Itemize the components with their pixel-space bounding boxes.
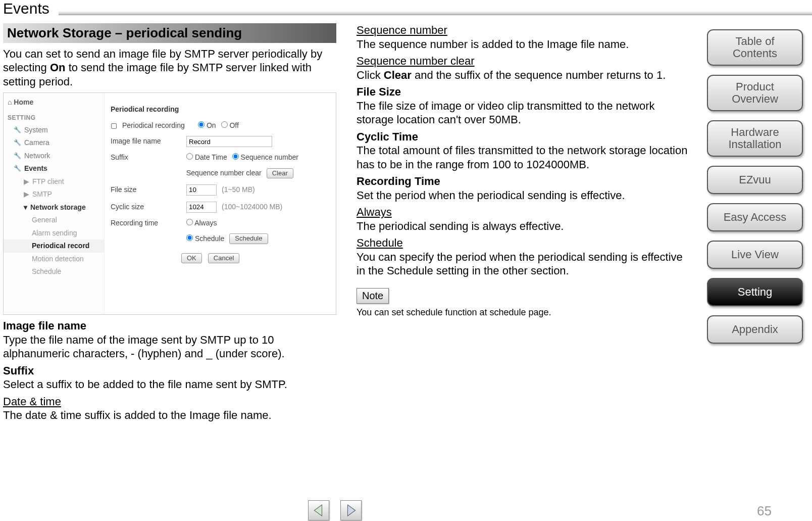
tree-camera[interactable]: 🔧Camera xyxy=(4,136,104,150)
h-datetime: Date & time xyxy=(3,395,336,409)
settings-sidebar: ⌂ Home SETTING 🔧System 🔧Camera 🔧Network … xyxy=(4,93,105,314)
p-image-file-name: Type the file name of the image sent by … xyxy=(3,333,336,361)
title-divider xyxy=(59,11,812,15)
clear-button[interactable]: Clear xyxy=(267,168,293,178)
h-suffix: Suffix xyxy=(3,364,336,378)
setting-label: SETTING xyxy=(4,109,104,124)
h-schedule: Schedule xyxy=(357,236,690,250)
next-page-button[interactable] xyxy=(340,500,362,520)
settings-form: Periodical recording ▢ Periodical record… xyxy=(105,93,336,314)
p-seq: The sequence number is added to the Imag… xyxy=(357,37,690,52)
tree-schedule[interactable]: Schedule xyxy=(4,265,104,278)
nav-ezvuu[interactable]: EZvuu xyxy=(707,166,803,194)
nav-live-view[interactable]: Live View xyxy=(707,241,803,269)
form-title: Periodical recording xyxy=(111,105,330,114)
h-seq: Sequence number xyxy=(357,23,690,37)
cancel-button[interactable]: Cancel xyxy=(208,253,239,263)
schedule-button[interactable]: Schedule xyxy=(229,233,268,244)
svg-marker-0 xyxy=(314,505,322,516)
tree-ftp[interactable]: ▶ FTP client xyxy=(4,175,104,188)
side-nav: Table of Contents Product Overview Hardw… xyxy=(707,29,803,344)
tree-general[interactable]: General xyxy=(4,214,104,227)
radio-on[interactable]: On xyxy=(198,121,216,130)
note-text: You can set schedule function at schedul… xyxy=(357,307,690,318)
radio-schedule[interactable]: Schedule xyxy=(186,234,224,244)
settings-screenshot: ⌂ Home SETTING 🔧System 🔧Camera 🔧Network … xyxy=(3,92,336,315)
row-imagefile: Image file name xyxy=(111,136,330,147)
nav-hardware[interactable]: Hardware Installation xyxy=(707,120,803,157)
p-schedule: You can specify the period when the peri… xyxy=(357,250,690,278)
h-rectime: Recording Time xyxy=(357,174,690,188)
note-box: Note xyxy=(357,288,389,304)
tree-system[interactable]: 🔧System xyxy=(4,124,104,137)
p-filesize: The file size of image or video clip tra… xyxy=(357,99,690,127)
page-number: 65 xyxy=(757,503,772,519)
pager-arrows xyxy=(308,500,362,520)
h-always: Always xyxy=(357,205,690,219)
ok-button[interactable]: OK xyxy=(181,253,202,263)
row-cyclic: Cyclic size (100~1024000 MB) xyxy=(111,202,330,213)
home-link[interactable]: ⌂ Home xyxy=(4,96,104,109)
prev-page-button[interactable] xyxy=(308,500,329,520)
content-body: Network Storage – periodical sending You… xyxy=(0,17,812,425)
triangle-right-icon xyxy=(344,504,358,517)
row-rectime: Recording time Always xyxy=(111,219,330,228)
right-column: Sequence number The sequence number is a… xyxy=(357,23,690,425)
page-title: Events xyxy=(3,0,59,17)
tree-smtp[interactable]: ▶ SMTP xyxy=(4,188,104,201)
p-datetime: The date & time suffix is added to the I… xyxy=(3,408,336,422)
page-header: Events xyxy=(0,0,812,17)
svg-marker-1 xyxy=(348,505,356,516)
radio-always[interactable]: Always xyxy=(186,219,217,228)
nav-easy-access[interactable]: Easy Access xyxy=(707,203,803,231)
intro-paragraph: You can set to send an image file by SMT… xyxy=(3,47,336,89)
p-cyclic: The total amount of files transmitted to… xyxy=(357,144,690,171)
radio-off[interactable]: Off xyxy=(221,121,239,130)
p-suffix: Select a suffix to be added to the file … xyxy=(3,377,336,392)
cyclic-input[interactable] xyxy=(186,202,217,213)
tree-periodical[interactable]: Periodical record xyxy=(4,240,104,253)
nav-toc[interactable]: Table of Contents xyxy=(707,29,803,66)
tree-network-storage[interactable]: ▾ Network storage xyxy=(4,201,104,214)
p-rectime: Set the period when the periodical sendi… xyxy=(357,188,690,203)
image-file-input[interactable] xyxy=(186,136,272,147)
h-cyclic: Cyclic Time xyxy=(357,130,690,144)
tree-network[interactable]: 🔧Network xyxy=(4,150,104,163)
h-image-file-name: Image file name xyxy=(3,319,336,333)
radio-datetime[interactable]: Date Time xyxy=(186,153,227,162)
triangle-left-icon xyxy=(312,504,325,517)
section-header: Network Storage – periodical sending xyxy=(3,23,336,43)
row-seqclear: Sequence number clear Clear xyxy=(111,168,330,178)
nav-setting[interactable]: Setting xyxy=(707,278,803,306)
h-filesize: File Size xyxy=(357,85,690,99)
tree-alarm[interactable]: Alarm sending xyxy=(4,227,104,240)
nav-product-overview[interactable]: Product Overview xyxy=(707,75,803,111)
left-column: Network Storage – periodical sending You… xyxy=(3,23,336,425)
row-schedule: Schedule Schedule xyxy=(111,233,330,244)
nav-appendix[interactable]: Appendix xyxy=(707,315,803,344)
row-filesize: File size (1~50 MB) xyxy=(111,184,330,196)
h-seqc: Sequence number clear xyxy=(357,54,690,68)
row-suffix: Suffix Date Time Sequence number xyxy=(111,153,330,162)
tree-motion[interactable]: Motion detection xyxy=(4,253,104,266)
row-periodical: ▢ Periodical recording On Off xyxy=(111,121,330,130)
radio-seqnum[interactable]: Sequence number xyxy=(232,153,298,162)
filesize-input[interactable] xyxy=(186,184,217,196)
p-seqc: Click Clear and the suffix of the sequen… xyxy=(357,68,690,82)
tree-events[interactable]: 🔧Events xyxy=(4,162,104,175)
p-always: The periodical sending is always effecti… xyxy=(357,219,690,233)
